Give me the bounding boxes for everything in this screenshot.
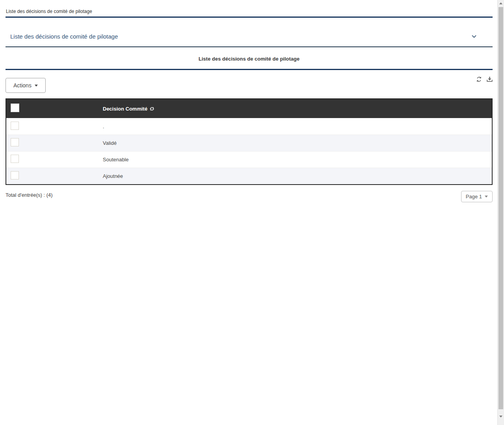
cell-decision: . (103, 124, 104, 129)
vertical-scrollbar[interactable] (497, 0, 504, 425)
table-row[interactable]: Validé (6, 135, 492, 151)
column-header-decision[interactable]: Decision Commité (103, 106, 492, 112)
table-icon-group (476, 76, 493, 82)
caret-down-icon (485, 196, 488, 198)
panel-title: Liste des décisions de comité de pilotag… (10, 33, 118, 40)
row-checkbox-cell (6, 155, 103, 164)
table-row[interactable]: Soutenable (6, 151, 492, 168)
refresh-icon[interactable] (476, 76, 482, 82)
row-checkbox-cell (6, 122, 103, 131)
cell-decision: Ajoutnée (103, 173, 123, 179)
scrollbar-thumb[interactable] (498, 7, 503, 409)
table-row[interactable]: Ajoutnée (6, 168, 492, 184)
row-checkbox-cell (6, 138, 103, 148)
breadcrumb[interactable]: Liste des décisions de comité de pilotag… (6, 0, 493, 18)
table-header-row: Decision Commité (6, 99, 492, 118)
cell-decision: Soutenable (103, 157, 129, 163)
total-entries-label: Total d'entrée(s) : (4) (6, 191, 53, 198)
chevron-down-icon[interactable] (471, 34, 477, 40)
page-selector-label: Page 1 (466, 194, 482, 200)
toolbar: Actions (6, 76, 493, 93)
main-content: Liste des décisions de comité de pilotag… (6, 0, 493, 202)
row-checkbox-cell (6, 171, 103, 181)
scrollbar-down-arrow-icon[interactable] (498, 413, 504, 420)
page-title: Liste des décisions de comité de pilotag… (6, 56, 493, 70)
data-table: Decision Commité . (6, 98, 493, 185)
cell-decision: Validé (103, 140, 117, 146)
select-all-checkbox[interactable] (11, 103, 19, 112)
row-checkbox[interactable] (11, 122, 19, 130)
column-header-label: Decision Commité (103, 106, 147, 112)
table-footer: Total d'entrée(s) : (4) Page 1 (6, 191, 493, 202)
caret-down-icon (35, 85, 38, 87)
panel-header-collapsible[interactable]: Liste des décisions de comité de pilotag… (6, 18, 493, 47)
row-checkbox[interactable] (11, 138, 19, 146)
header-checkbox-cell (6, 103, 103, 114)
actions-button-label: Actions (13, 82, 32, 89)
row-checkbox[interactable] (11, 155, 19, 163)
download-icon[interactable] (487, 76, 493, 82)
table-row[interactable]: . (6, 118, 492, 135)
row-checkbox[interactable] (11, 171, 19, 179)
scrollbar-up-arrow-icon[interactable] (498, 0, 504, 7)
page-selector-button[interactable]: Page 1 (461, 191, 493, 202)
sort-icon (150, 107, 154, 111)
breadcrumb-label[interactable]: Liste des décisions de comité de pilotag… (6, 9, 92, 14)
actions-button[interactable]: Actions (6, 78, 46, 93)
